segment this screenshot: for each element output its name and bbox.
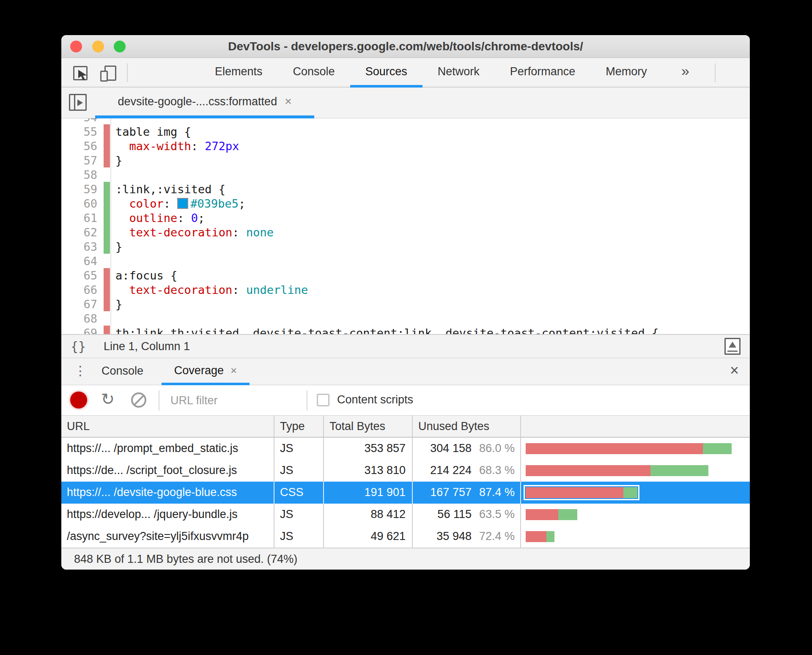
code-text: a:focus {: [110, 269, 177, 282]
table-row[interactable]: https://de... /script_foot_closure.jsJS3…: [61, 460, 750, 482]
panel-toggle-icon[interactable]: [724, 338, 741, 355]
title-bar[interactable]: DevTools - developers.google.com/web/too…: [61, 35, 750, 58]
column-header-total-bytes[interactable]: Total Bytes: [324, 416, 413, 437]
record-coverage-button[interactable]: [70, 392, 87, 408]
main-toolbar: ElementsConsoleSourcesNetworkPerformance…: [61, 58, 750, 88]
show-navigator-icon[interactable]: [69, 94, 87, 111]
code-text: max-width: 272px: [110, 140, 239, 153]
more-panels-icon[interactable]: »: [681, 58, 689, 85]
table-row[interactable]: https://develop... /jquery-bundle.jsJS88…: [61, 504, 750, 526]
color-swatch-icon[interactable]: [177, 198, 188, 209]
unused-bytes-cell: 56 11563.5 %: [413, 504, 521, 526]
line-number: 54: [61, 118, 97, 124]
used-bar-segment: [650, 465, 708, 476]
code-line-62[interactable]: 62 text-decoration: none: [61, 225, 750, 239]
column-header-bar: [521, 416, 750, 437]
clear-icon[interactable]: [131, 392, 146, 408]
code-line-61[interactable]: 61 outline: 0;: [61, 211, 750, 225]
drawer-close-icon[interactable]: ×: [730, 358, 739, 384]
code-text: color: #039be5;: [110, 197, 245, 210]
content-scripts-label: Content scripts: [337, 385, 413, 415]
code-line-54[interactable]: 54: [61, 118, 750, 124]
coverage-marker-green: [104, 211, 110, 225]
code-line-63[interactable]: 63}: [61, 239, 750, 254]
file-tab-label: devsite-google-....css:formatted: [118, 95, 277, 108]
tab-console[interactable]: Console: [278, 58, 350, 88]
tab-elements[interactable]: Elements: [200, 58, 278, 88]
type-cell: JS: [274, 460, 324, 482]
column-header-url[interactable]: URL: [61, 416, 274, 437]
triangle-shape: [729, 342, 736, 348]
coverage-marker-red: [104, 124, 110, 139]
drawer-menu-icon[interactable]: ⋮: [74, 358, 87, 384]
code-text: :link,:visited {: [110, 183, 225, 196]
coverage-bar: [526, 443, 732, 454]
code-text: text-decoration: none: [110, 226, 274, 239]
device-toolbar-icon[interactable]: [99, 64, 117, 82]
type-cell: CSS: [274, 482, 324, 504]
code-line-67[interactable]: 67}: [61, 297, 750, 311]
file-tab-close-icon[interactable]: ×: [285, 95, 291, 108]
tab-network[interactable]: Network: [422, 58, 495, 88]
column-header-unused-bytes[interactable]: Unused Bytes: [413, 416, 521, 437]
content-scripts-checkbox[interactable]: [317, 394, 329, 406]
code-line-59[interactable]: 59:link,:visited {: [61, 182, 750, 196]
coverage-marker-none: [104, 311, 110, 326]
total-bytes-cell: 49 621: [324, 526, 413, 548]
code-line-64[interactable]: 64: [61, 254, 750, 268]
tab-performance[interactable]: Performance: [495, 58, 591, 88]
type-cell: JS: [274, 526, 324, 548]
code-line-58[interactable]: 58: [61, 167, 750, 182]
code-line-56[interactable]: 56 max-width: 272px: [61, 139, 750, 153]
unused-bar-segment: [526, 531, 546, 542]
toolbar-separator: [127, 63, 128, 82]
tab-memory[interactable]: Memory: [590, 58, 662, 88]
table-row[interactable]: https://... /prompt_embed_static.jsJS353…: [61, 438, 750, 460]
line-number: 62: [61, 226, 97, 239]
inspect-element-icon[interactable]: [72, 64, 90, 82]
table-row[interactable]: /async_survey?site=ylj5ifxusvvmr4pJS49 6…: [61, 526, 750, 548]
line-number: 58: [61, 168, 97, 181]
code-line-60[interactable]: 60 color: #039be5;: [61, 196, 750, 211]
url-filter-input[interactable]: [170, 390, 297, 411]
table-row[interactable]: https://... /devsite-google-blue.cssCSS1…: [61, 482, 750, 504]
coverage-bar-cell: [521, 526, 750, 548]
drawer-tab-bar: ⋮ Console Coverage × ×: [61, 358, 750, 385]
code-text: outline: 0;: [110, 211, 205, 225]
code-line-65[interactable]: 65a:focus {: [61, 268, 750, 282]
line-number: 60: [61, 197, 97, 210]
coverage-marker-none: [104, 254, 110, 268]
coverage-table-body: https://... /prompt_embed_static.jsJS353…: [61, 438, 750, 548]
window-title: DevTools - developers.google.com/web/too…: [61, 35, 750, 58]
toolbar-separator: [715, 63, 716, 82]
file-tab-css-formatted[interactable]: devsite-google-....css:formatted ×: [95, 88, 314, 118]
code-text: table img {: [110, 125, 191, 138]
source-editor[interactable]: 5455table img {56 max-width: 272px57}585…: [61, 118, 750, 334]
code-line-69[interactable]: 69th:link,th:visited,.devsite-toast-cont…: [61, 326, 750, 334]
coverage-tab-close-icon[interactable]: ×: [230, 364, 237, 377]
total-bytes-cell: 313 810: [324, 460, 413, 482]
tab-sources[interactable]: Sources: [350, 58, 422, 88]
navigator-arrow-shape: [77, 99, 83, 106]
code-line-55[interactable]: 55table img {: [61, 124, 750, 139]
coverage-table-header: URL Type Total Bytes Unused Bytes: [61, 416, 750, 438]
type-cell: JS: [274, 438, 324, 460]
editor-tab-strip: devsite-google-....css:formatted ×: [61, 88, 750, 118]
line-number: 66: [61, 283, 97, 296]
reload-icon[interactable]: ↻: [101, 385, 115, 415]
drawer-tab-console[interactable]: Console: [102, 358, 143, 385]
code-line-66[interactable]: 66 text-decoration: underline: [61, 282, 750, 297]
line-number: 59: [61, 183, 97, 196]
unused-percent-value: 68.3 %: [479, 460, 515, 482]
unused-bytes-label: Unused Bytes: [418, 416, 489, 437]
drawer-tab-coverage[interactable]: Coverage ×: [162, 358, 250, 385]
coverage-toolbar: ↻ Content scripts: [61, 385, 750, 416]
code-line-68[interactable]: 68: [61, 311, 750, 326]
url-cell: https://... /prompt_embed_static.js: [61, 438, 274, 460]
code-text: text-decoration: underline: [110, 283, 308, 296]
line-number: 61: [61, 211, 97, 225]
unused-bytes-value: 56 115: [437, 504, 472, 526]
pretty-print-icon[interactable]: {}: [71, 335, 86, 358]
column-header-type[interactable]: Type: [274, 416, 324, 437]
code-line-57[interactable]: 57}: [61, 153, 750, 167]
